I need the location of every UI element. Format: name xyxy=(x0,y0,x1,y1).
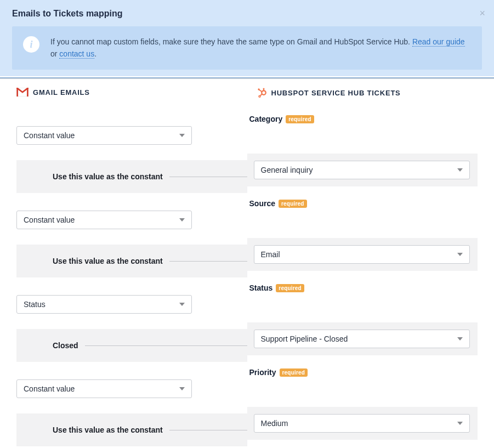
left-select-1[interactable]: Constant value xyxy=(16,211,192,229)
gmail-icon xyxy=(16,88,29,97)
chevron-down-icon xyxy=(179,387,185,390)
left-select-value: Constant value xyxy=(24,216,75,224)
info-suffix: . xyxy=(94,49,96,58)
modal-title: Emails to Tickets mapping xyxy=(12,9,482,19)
right-field-name: Source xyxy=(249,199,275,208)
svg-line-7 xyxy=(259,90,262,92)
chevron-down-icon xyxy=(457,253,463,256)
svg-point-6 xyxy=(259,96,260,98)
read-guide-link[interactable]: Read our guide xyxy=(412,37,465,47)
right-select-value: Support Pipeline - Closed xyxy=(261,334,348,343)
contact-us-link[interactable]: contact us xyxy=(59,49,94,59)
right-field-name: Priority xyxy=(249,368,276,377)
svg-rect-2 xyxy=(27,88,29,97)
required-badge: required xyxy=(276,284,304,292)
hubspot-icon xyxy=(257,88,267,98)
constant-row-1: Use this value as the constant xyxy=(16,245,247,277)
required-badge: required xyxy=(286,115,314,123)
right-field-label-1: Source required xyxy=(249,197,478,209)
constant-label: Use this value as the constant xyxy=(53,426,163,434)
left-select-value: Constant value xyxy=(24,384,75,393)
right-field-label-2: Status required xyxy=(249,282,478,294)
chevron-down-icon xyxy=(179,218,185,222)
right-select-value: Medium xyxy=(261,419,288,428)
chevron-down-icon xyxy=(457,337,463,341)
svg-line-9 xyxy=(260,94,262,96)
right-column-title: HUBSPOT SERVICE HUB TICKETS xyxy=(271,89,401,97)
constant-row-0: Use this value as the constant xyxy=(16,160,247,193)
left-column-title: GMAIL EMAILS xyxy=(33,88,90,97)
left-select-0[interactable]: Constant value xyxy=(16,126,192,145)
left-select-2[interactable]: Status xyxy=(16,295,192,314)
info-prefix: If you cannot map custom fields, make su… xyxy=(50,37,412,46)
chevron-down-icon xyxy=(179,134,185,137)
right-field-label-3: Priority required xyxy=(249,366,478,378)
left-column-header: GMAIL EMAILS xyxy=(16,88,237,97)
constant-row-3: Use this value as the constant xyxy=(16,413,247,446)
close-icon[interactable]: × xyxy=(479,8,485,19)
constant-label: Use this value as the constant xyxy=(53,257,163,265)
right-select-value: General inquiry xyxy=(261,166,313,174)
chevron-down-icon xyxy=(457,422,463,425)
info-text: If you cannot map custom fields, make su… xyxy=(50,36,471,60)
right-select-3[interactable]: Medium xyxy=(254,414,470,433)
chevron-down-icon xyxy=(457,168,463,172)
info-strip: i If you cannot map custom fields, make … xyxy=(12,26,482,70)
required-badge: required xyxy=(279,200,307,208)
left-select-3[interactable]: Constant value xyxy=(16,379,192,398)
connector-line xyxy=(169,261,247,262)
right-select-2[interactable]: Support Pipeline - Closed xyxy=(254,330,470,348)
required-badge: required xyxy=(280,368,308,377)
info-icon: i xyxy=(23,36,39,53)
constant-label: Closed xyxy=(53,341,78,350)
banner: Emails to Tickets mapping × i If you can… xyxy=(0,0,494,76)
left-select-value: Constant value xyxy=(24,131,75,140)
right-select-value: Email xyxy=(261,250,280,259)
constant-label: Use this value as the constant xyxy=(53,172,163,181)
right-field-name: Category xyxy=(249,115,283,123)
right-field-name: Status xyxy=(249,283,273,292)
connector-line xyxy=(169,177,247,177)
left-select-value: Status xyxy=(24,300,46,309)
right-field-label-0: Category required xyxy=(249,113,478,125)
connector-line xyxy=(169,430,247,430)
svg-point-5 xyxy=(263,88,264,90)
mapping-body: GMAIL EMAILS HUBSPOT SERVICE HUB TICKETS xyxy=(0,79,494,113)
chevron-down-icon xyxy=(179,303,185,306)
svg-rect-1 xyxy=(16,88,18,97)
connector-line xyxy=(85,345,247,346)
right-column-header: HUBSPOT SERVICE HUB TICKETS xyxy=(257,88,478,98)
right-select-1[interactable]: Email xyxy=(254,245,470,264)
constant-row-2: Closed xyxy=(16,329,247,362)
info-mid: or xyxy=(50,49,59,58)
right-select-0[interactable]: General inquiry xyxy=(254,161,470,179)
